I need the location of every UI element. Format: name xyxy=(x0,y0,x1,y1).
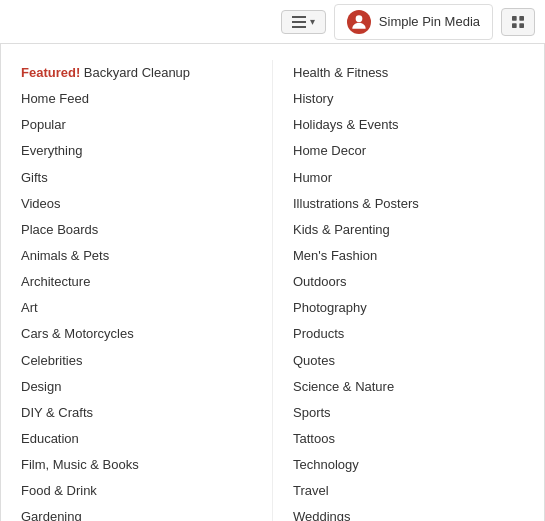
left-menu-item[interactable]: DIY & Crafts xyxy=(21,400,252,426)
right-menu-item[interactable]: Photography xyxy=(293,295,524,321)
left-menu-item[interactable]: Popular xyxy=(21,112,252,138)
notifications-icon xyxy=(510,14,526,30)
right-menu-item[interactable]: Science & Nature xyxy=(293,374,524,400)
left-menu-item[interactable]: Featured! Backyard Cleanup xyxy=(21,60,252,86)
svg-point-0 xyxy=(356,15,363,22)
right-menu-item[interactable]: Sports xyxy=(293,400,524,426)
left-menu-item[interactable]: Film, Music & Books xyxy=(21,452,252,478)
category-dropdown: Featured! Backyard CleanupHome FeedPopul… xyxy=(0,44,545,521)
left-menu-item[interactable]: Place Boards xyxy=(21,217,252,243)
left-menu-item[interactable]: Cars & Motorcycles xyxy=(21,321,252,347)
right-menu-item[interactable]: Health & Fitness xyxy=(293,60,524,86)
svg-rect-4 xyxy=(519,23,524,28)
right-column: Health & FitnessHistoryHolidays & Events… xyxy=(272,60,524,521)
right-menu-item[interactable]: Outdoors xyxy=(293,269,524,295)
left-menu-item[interactable]: Celebrities xyxy=(21,348,252,374)
left-menu-item[interactable]: Animals & Pets xyxy=(21,243,252,269)
right-menu-item[interactable]: Men's Fashion xyxy=(293,243,524,269)
right-menu-item[interactable]: Products xyxy=(293,321,524,347)
left-menu-item[interactable]: Architecture xyxy=(21,269,252,295)
left-menu-item[interactable]: Food & Drink xyxy=(21,478,252,504)
left-column: Featured! Backyard CleanupHome FeedPopul… xyxy=(21,60,272,521)
left-menu-item[interactable]: Home Feed xyxy=(21,86,252,112)
svg-rect-1 xyxy=(512,16,517,21)
right-menu-item[interactable]: Travel xyxy=(293,478,524,504)
right-menu-item[interactable]: History xyxy=(293,86,524,112)
svg-rect-3 xyxy=(512,23,517,28)
profile-button[interactable]: Simple Pin Media xyxy=(334,4,493,40)
notifications-button[interactable] xyxy=(501,8,535,36)
profile-name: Simple Pin Media xyxy=(379,14,480,29)
right-menu-item[interactable]: Humor xyxy=(293,165,524,191)
right-menu-item[interactable]: Technology xyxy=(293,452,524,478)
right-menu-item[interactable]: Weddings xyxy=(293,504,524,521)
avatar xyxy=(347,10,371,34)
right-menu-item[interactable]: Home Decor xyxy=(293,138,524,164)
left-menu-item[interactable]: Education xyxy=(21,426,252,452)
right-menu-item[interactable]: Kids & Parenting xyxy=(293,217,524,243)
right-menu-item[interactable]: Holidays & Events xyxy=(293,112,524,138)
left-menu-item[interactable]: Gifts xyxy=(21,165,252,191)
top-bar: ▾ Simple Pin Media xyxy=(0,0,545,44)
chevron-down-icon: ▾ xyxy=(310,16,315,27)
left-menu-item[interactable]: Art xyxy=(21,295,252,321)
svg-rect-2 xyxy=(519,16,524,21)
left-menu-item[interactable]: Everything xyxy=(21,138,252,164)
right-menu-item[interactable]: Illustrations & Posters xyxy=(293,191,524,217)
right-menu-item[interactable]: Quotes xyxy=(293,348,524,374)
profile-avatar-image xyxy=(349,12,369,32)
right-menu-item[interactable]: Tattoos xyxy=(293,426,524,452)
hamburger-icon xyxy=(292,16,306,28)
featured-label: Featured! xyxy=(21,65,80,80)
left-menu-item[interactable]: Design xyxy=(21,374,252,400)
menu-button[interactable]: ▾ xyxy=(281,10,326,34)
columns-container: Featured! Backyard CleanupHome FeedPopul… xyxy=(21,60,524,521)
left-menu-item[interactable]: Gardening xyxy=(21,504,252,521)
left-menu-item[interactable]: Videos xyxy=(21,191,252,217)
